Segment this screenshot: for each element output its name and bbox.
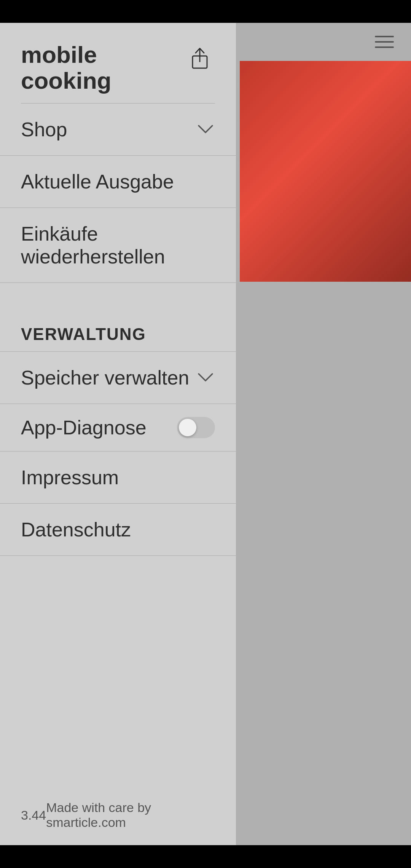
hamburger-line-2 bbox=[375, 41, 394, 43]
menu-item-einkaufe-label: Einkäufe wiederherstellen bbox=[21, 222, 215, 268]
hamburger-menu-button[interactable] bbox=[369, 30, 400, 53]
app-title: mobile cooking bbox=[21, 42, 185, 94]
menu-item-shop[interactable]: Shop bbox=[0, 104, 236, 156]
hamburger-line-1 bbox=[375, 36, 394, 37]
made-by-text: Made with care by smarticle.com bbox=[46, 800, 215, 830]
background-image bbox=[240, 61, 411, 289]
toggle-knob bbox=[179, 419, 196, 436]
background-image-lower bbox=[240, 282, 411, 358]
bottom-bar bbox=[0, 845, 411, 868]
menu-item-speicher-label: Speicher verwalten bbox=[21, 366, 189, 389]
app-diagnose-toggle[interactable] bbox=[177, 417, 215, 438]
share-button[interactable] bbox=[185, 44, 215, 74]
menu-item-aktuelle-ausgabe[interactable]: Aktuelle Ausgabe bbox=[0, 156, 236, 208]
screen: mobile cooking Shop Aktuelle Ausgabe bbox=[0, 0, 411, 868]
verwaltung-heading-text: VERWALTUNG bbox=[21, 325, 146, 343]
hamburger-line-3 bbox=[375, 46, 394, 48]
drawer-header: mobile cooking bbox=[0, 23, 236, 103]
app-diagnose-label: App-Diagnose bbox=[21, 416, 147, 439]
app-diagnose-row: App-Diagnose bbox=[0, 404, 236, 452]
menu-item-shop-label: Shop bbox=[21, 118, 67, 141]
menu-item-datenschutz[interactable]: Datenschutz bbox=[0, 504, 236, 556]
menu-item-impressum[interactable]: Impressum bbox=[0, 452, 236, 504]
drawer-panel: mobile cooking Shop Aktuelle Ausgabe bbox=[0, 23, 236, 845]
version-text: 3.44 bbox=[21, 808, 46, 823]
chevron-down-icon-speicher bbox=[196, 372, 215, 383]
share-icon bbox=[190, 48, 210, 70]
menu-item-impressum-label: Impressum bbox=[21, 466, 119, 489]
verwaltung-section-heading: VERWALTUNG bbox=[0, 313, 236, 352]
menu-item-aktuelle-ausgabe-label: Aktuelle Ausgabe bbox=[21, 170, 174, 193]
menu-gap bbox=[0, 283, 236, 313]
chevron-down-icon bbox=[196, 124, 215, 135]
menu-item-datenschutz-label: Datenschutz bbox=[21, 518, 131, 541]
menu-item-einkaufe[interactable]: Einkäufe wiederherstellen bbox=[0, 208, 236, 283]
menu-item-speicher[interactable]: Speicher verwalten bbox=[0, 352, 236, 404]
drawer-footer: 3.44 Made with care by smarticle.com bbox=[0, 789, 236, 845]
status-bar bbox=[0, 0, 411, 23]
